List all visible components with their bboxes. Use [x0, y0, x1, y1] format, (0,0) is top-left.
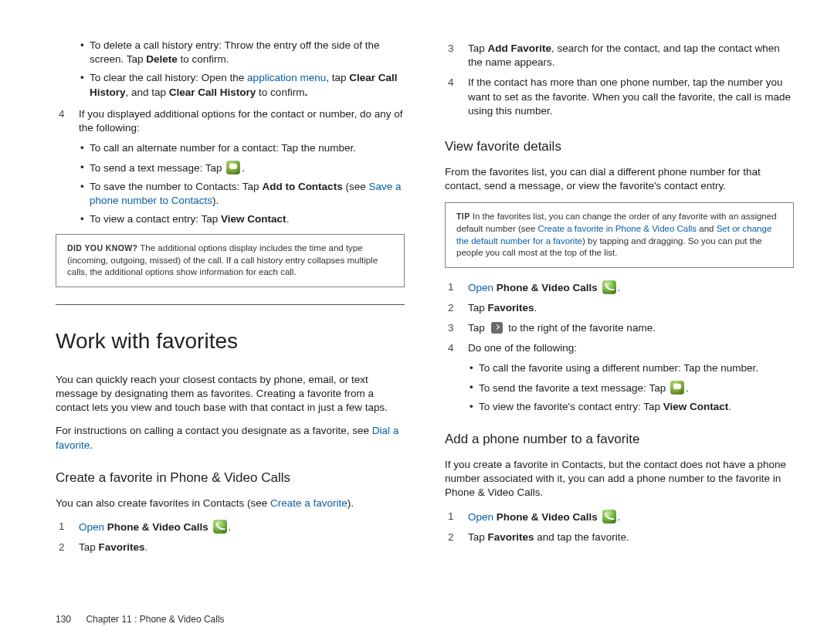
bold-favorites: Favorites	[488, 531, 534, 543]
phone-icon	[602, 280, 616, 294]
text: Tap	[468, 531, 488, 543]
step-add-favorite: 3 Tap Add Favorite, search for the conta…	[448, 42, 794, 69]
link-create-favorite[interactable]: Create a favorite	[270, 497, 348, 509]
step-tap-square: 3 Tap to the right of the favorite name.	[448, 321, 794, 335]
text: , tap	[326, 72, 349, 83]
chat-icon	[226, 161, 240, 175]
bold-pvc: Phone & Video Calls	[497, 511, 598, 523]
step-number: 2	[448, 530, 459, 544]
bold-favorites: Favorites	[488, 302, 534, 314]
create-favorite-steps: 1 Open Phone & Video Calls . 2 Tap Favor…	[56, 520, 405, 554]
text: and	[697, 224, 717, 233]
two-column-layout: To delete a call history entry: Throw th…	[56, 39, 794, 561]
text: .	[534, 302, 537, 314]
step-number: 4	[448, 341, 459, 355]
text: Tap	[468, 42, 488, 54]
link-open[interactable]: Open	[468, 282, 493, 293]
left-column: To delete a call history entry: Throw th…	[56, 39, 405, 561]
bold-pvc: Phone & Video Calls	[497, 282, 598, 293]
step-number: 1	[448, 510, 459, 524]
view-details-steps: 1 Open Phone & Video Calls . 2 Tap Favor…	[445, 280, 794, 356]
continued-steps: 3 Tap Add Favorite, search for the conta…	[445, 42, 794, 118]
text: .	[90, 439, 93, 451]
text: To save the number to Contacts: Tap	[90, 181, 262, 192]
text: .	[618, 282, 621, 293]
sub-view-contact-2: To view the favorite's contact entry: Ta…	[470, 400, 794, 414]
text: to confirm.	[178, 53, 229, 65]
text: .	[242, 162, 245, 174]
text: To send the favorite a text message: Tap	[479, 382, 669, 394]
chat-icon	[670, 381, 684, 395]
step-4-container: 4 If you displayed additional options fo…	[56, 107, 405, 135]
heading-create-favorite: Create a favorite in Phone & Video Calls	[56, 469, 405, 487]
text: , and tap	[126, 86, 169, 98]
bullet-clear-history: To clear the call history: Open the appl…	[80, 71, 405, 99]
paragraph-intro-favorites: You can quickly reach your closest conta…	[56, 373, 405, 415]
link-open[interactable]: Open	[468, 511, 493, 523]
text: to confirm	[256, 86, 304, 98]
step-body: Tap Favorites.	[79, 541, 405, 554]
bold-period: .	[304, 86, 307, 98]
sub-send-text-2: To send the favorite a text message: Tap…	[470, 381, 794, 395]
chapter-label: Chapter 11 : Phone & Video Calls	[86, 614, 224, 625]
text: .	[286, 213, 290, 225]
sub-call-alternate: To call an alternate number for a contac…	[80, 141, 405, 155]
step-body: Open Phone & Video Calls .	[468, 510, 794, 524]
step-body: Open Phone & Video Calls .	[79, 520, 405, 534]
step-body: Tap Favorites and tap the favorite.	[468, 530, 794, 544]
paragraph-add-phone-number: If you create a favorite in Contacts, bu…	[445, 458, 794, 500]
step-number: 4	[448, 76, 459, 118]
right-column: 3 Tap Add Favorite, search for the conta…	[445, 39, 794, 561]
link-create-favorite-pvc[interactable]: Create a favorite in Phone & Video Calls	[537, 224, 697, 233]
sub-call-different: To call the favorite using a different n…	[470, 361, 794, 375]
link-open[interactable]: Open	[79, 521, 104, 533]
step4-sub-bullets: To call an alternate number for a contac…	[56, 141, 405, 226]
link-application-menu[interactable]: application menu	[247, 72, 326, 83]
bullet-delete-entry: To delete a call history entry: Throw th…	[80, 39, 405, 66]
heading-work-with-favorites: Work with favorites	[56, 327, 405, 356]
section-divider	[56, 304, 405, 305]
document-page: To delete a call history entry: Throw th…	[0, 0, 834, 644]
step-multiple-numbers: 4 If the contact has more than one phone…	[448, 76, 794, 118]
paragraph-create-favorite: You can also create favorites in Contact…	[56, 497, 405, 510]
paragraph-view-details: From the favorites list, you can dial a …	[445, 165, 794, 193]
bold-clear-2: Clear Call History	[169, 86, 256, 98]
step-open-pvc: 1 Open Phone & Video Calls .	[59, 520, 405, 534]
step-number: 3	[448, 42, 459, 69]
text: Tap	[468, 322, 488, 334]
text: To delete a call history entry: Throw th…	[90, 39, 379, 65]
text: .	[145, 541, 148, 553]
tip-label: TIP	[456, 212, 470, 221]
step-number: 2	[59, 541, 70, 554]
step-body: If you displayed additional options for …	[79, 107, 405, 135]
text: and tap the favorite.	[534, 531, 629, 543]
bold-favorites: Favorites	[99, 541, 145, 553]
step-4: 4 If you displayed additional options fo…	[59, 107, 405, 135]
intro-bullet-list: To delete a call history entry: Throw th…	[56, 39, 405, 100]
step-number: 2	[448, 301, 459, 315]
phone-icon	[213, 520, 227, 534]
sub-view-contact: To view a contact entry: Tap View Contac…	[80, 212, 405, 226]
text: To send a text message: Tap	[90, 162, 225, 174]
step-tap-favorites: 2 Tap Favorites.	[59, 541, 405, 554]
did-you-know-box: DID YOU KNOW? The additional options dis…	[56, 234, 405, 287]
step-tap-favorites-2: 2 Tap Favorites.	[448, 301, 794, 315]
text: To clear the call history: Open the	[90, 72, 247, 83]
step-open-pvc-3: 1 Open Phone & Video Calls .	[448, 510, 794, 524]
step-number: 3	[448, 321, 459, 335]
bold-view-contact: View Contact	[221, 213, 286, 225]
add-phone-steps: 1 Open Phone & Video Calls . 2 Tap Favor…	[445, 510, 794, 544]
dyk-label: DID YOU KNOW?	[67, 243, 137, 253]
step-number: 1	[59, 520, 70, 534]
bold-pvc: Phone & Video Calls	[107, 521, 208, 533]
text: .	[618, 511, 621, 523]
bold-add-favorite: Add Favorite	[488, 42, 552, 54]
page-footer: 130 Chapter 11 : Phone & Video Calls	[56, 613, 225, 625]
text: ).	[348, 497, 354, 509]
step-open-pvc-2: 1 Open Phone & Video Calls .	[448, 280, 794, 295]
detail-arrow-icon	[491, 322, 503, 334]
bold-delete: Delete	[146, 53, 178, 65]
text: .	[686, 382, 689, 394]
text: You can also create favorites in Contact…	[56, 497, 270, 509]
sub-send-text: To send a text message: Tap .	[80, 161, 405, 175]
